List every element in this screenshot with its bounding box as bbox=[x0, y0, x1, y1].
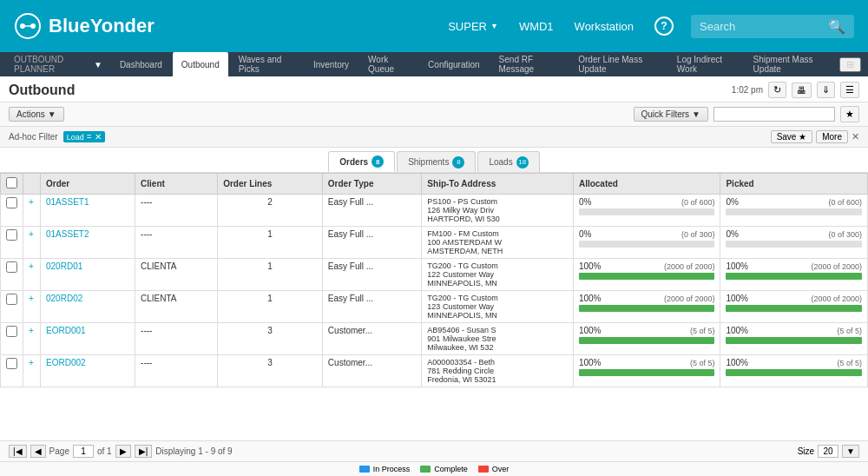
nav-tab-inventory[interactable]: Inventory bbox=[305, 52, 358, 76]
last-page-button[interactable]: ▶| bbox=[135, 445, 153, 458]
nav-wmd1[interactable]: WMD1 bbox=[519, 20, 554, 33]
row-checkbox[interactable] bbox=[6, 358, 17, 369]
app-header: BlueYonder SUPER ▼ WMD1 Workstation ? 🔍 bbox=[0, 0, 868, 52]
row-order-id[interactable]: 01ASSET1 bbox=[41, 195, 135, 227]
quick-filters-label: Quick Filters bbox=[641, 109, 690, 119]
order-link[interactable]: EORD001 bbox=[46, 326, 86, 335]
order-link[interactable]: 020RD02 bbox=[46, 294, 82, 303]
col-client[interactable]: Client bbox=[135, 174, 218, 195]
save-filter-button[interactable]: Save ★ bbox=[771, 130, 813, 143]
row-expand-button[interactable]: + bbox=[29, 197, 34, 207]
row-order-id[interactable]: 01ASSET2 bbox=[41, 227, 135, 259]
nav-tab-dashboard[interactable]: Dashboard bbox=[111, 52, 171, 76]
row-order-id[interactable]: EORD001 bbox=[41, 323, 135, 355]
nav-super[interactable]: SUPER ▼ bbox=[448, 20, 498, 33]
allocated-detail: (0 of 300) bbox=[681, 230, 715, 239]
row-client: CLIENTA bbox=[135, 259, 218, 291]
row-allocated: 100% (2000 of 2000) bbox=[573, 259, 720, 291]
row-expand-button[interactable]: + bbox=[29, 358, 34, 367]
settings-button[interactable]: ☰ bbox=[840, 82, 859, 98]
row-checkbox-cell[interactable] bbox=[1, 355, 23, 387]
nav-tab-outbound[interactable]: Outbound bbox=[173, 52, 228, 76]
row-checkbox[interactable] bbox=[6, 197, 17, 208]
refresh-button[interactable]: ↻ bbox=[768, 82, 786, 98]
col-order-lines[interactable]: Order Lines bbox=[218, 174, 323, 195]
filter-text-input[interactable] bbox=[713, 107, 835, 122]
tab-shipments-badge: 8 bbox=[452, 156, 464, 169]
row-expand-cell[interactable]: + bbox=[23, 291, 41, 323]
nav-workstation[interactable]: Workstation bbox=[575, 20, 634, 33]
nav-tab-config[interactable]: Configuration bbox=[419, 52, 488, 76]
row-order-id[interactable]: 020RD01 bbox=[41, 259, 135, 291]
nav-tab-sendrf[interactable]: Send RF Message bbox=[490, 52, 569, 76]
nav-tab-shipmentmass[interactable]: Shipment Mass Update bbox=[745, 52, 838, 76]
nav-tab-waves[interactable]: Waves and Picks bbox=[230, 52, 303, 76]
prev-page-button[interactable]: ◀ bbox=[30, 445, 46, 458]
tab-shipments[interactable]: Shipments 8 bbox=[397, 151, 476, 172]
col-ship-to[interactable]: Ship-To Address bbox=[422, 174, 574, 195]
row-checkbox-cell[interactable] bbox=[1, 291, 23, 323]
row-expand-cell[interactable]: + bbox=[23, 195, 41, 227]
picked-detail: (0 of 600) bbox=[828, 198, 862, 207]
order-link[interactable]: 020RD01 bbox=[46, 261, 82, 271]
star-filter-button[interactable]: ★ bbox=[840, 106, 859, 122]
col-picked[interactable]: Picked bbox=[720, 174, 868, 195]
row-expand-cell[interactable]: + bbox=[23, 227, 41, 259]
size-dropdown-button[interactable]: ▼ bbox=[842, 445, 859, 458]
adhoc-close-button[interactable]: ✕ bbox=[852, 131, 859, 142]
row-checkbox-cell[interactable] bbox=[1, 227, 23, 259]
row-checkbox-cell[interactable] bbox=[1, 195, 23, 227]
order-link[interactable]: EORD002 bbox=[46, 358, 86, 367]
row-expand-button[interactable]: + bbox=[29, 261, 34, 271]
actions-button[interactable]: Actions ▼ bbox=[9, 107, 64, 122]
search-input[interactable] bbox=[700, 20, 821, 33]
col-allocated[interactable]: Allocated bbox=[573, 174, 720, 195]
filter-tag-load[interactable]: Load = ✕ bbox=[63, 131, 105, 142]
nav-module[interactable]: OUTBOUND PLANNER ▼ bbox=[7, 52, 109, 76]
row-order-id[interactable]: 020RD02 bbox=[41, 291, 135, 323]
row-checkbox[interactable] bbox=[6, 326, 17, 337]
first-page-button[interactable]: |◀ bbox=[9, 445, 27, 458]
row-expand-cell[interactable]: + bbox=[23, 355, 41, 387]
row-checkbox-cell[interactable] bbox=[1, 259, 23, 291]
more-label: More bbox=[822, 132, 842, 142]
col-select-all[interactable] bbox=[1, 174, 23, 195]
next-page-button[interactable]: ▶ bbox=[115, 445, 131, 458]
row-expand-cell[interactable]: + bbox=[23, 323, 41, 355]
page-size-input[interactable] bbox=[818, 445, 838, 458]
col-order-type[interactable]: Order Type bbox=[322, 174, 422, 195]
row-allocated: 0% (0 of 300) bbox=[573, 227, 720, 259]
picked-progress-bar bbox=[726, 369, 862, 376]
nav-expand-button[interactable]: ⊞ bbox=[839, 57, 861, 72]
row-checkbox[interactable] bbox=[6, 261, 17, 273]
help-button[interactable]: ? bbox=[654, 17, 674, 36]
content-tabs: Orders 8 Shipments 8 Loads 18 bbox=[0, 148, 868, 173]
pagination-left: |◀ ◀ Page of 1 ▶ ▶| Displaying 1 - 9 of … bbox=[9, 445, 233, 458]
page-number-input[interactable] bbox=[73, 445, 94, 458]
col-order[interactable]: Order bbox=[41, 174, 135, 195]
nav-tab-workqueue[interactable]: Work Queue bbox=[359, 52, 418, 76]
more-button[interactable]: More bbox=[816, 130, 848, 143]
row-order-id[interactable]: EORD002 bbox=[41, 355, 135, 387]
search-button[interactable]: 🔍 bbox=[828, 18, 845, 35]
picked-pct: 0% bbox=[726, 197, 738, 207]
nav-tab-logindirect[interactable]: Log Indirect Work bbox=[668, 52, 743, 76]
order-link[interactable]: 01ASSET2 bbox=[46, 229, 89, 239]
print-button[interactable]: 🖶 bbox=[792, 83, 812, 98]
order-link[interactable]: 01ASSET1 bbox=[46, 197, 89, 207]
select-all-checkbox[interactable] bbox=[6, 177, 17, 188]
filter-tag-close[interactable]: ✕ bbox=[95, 132, 102, 142]
download-button[interactable]: ⇓ bbox=[817, 82, 835, 98]
quick-filters-button[interactable]: Quick Filters ▼ bbox=[634, 107, 708, 122]
row-expand-button[interactable]: + bbox=[29, 326, 34, 335]
tab-loads[interactable]: Loads 18 bbox=[477, 151, 539, 172]
row-checkbox[interactable] bbox=[6, 294, 17, 305]
nav-tab-ordermass[interactable]: Order Line Mass Update bbox=[569, 52, 667, 76]
row-expand-cell[interactable]: + bbox=[23, 259, 41, 291]
row-checkbox[interactable] bbox=[6, 229, 17, 241]
row-checkbox-cell[interactable] bbox=[1, 323, 23, 355]
tab-orders[interactable]: Orders 8 bbox=[328, 151, 395, 172]
row-expand-button[interactable]: + bbox=[29, 229, 34, 239]
row-expand-button[interactable]: + bbox=[29, 294, 34, 303]
pagination-right: Size ▼ bbox=[798, 445, 859, 458]
